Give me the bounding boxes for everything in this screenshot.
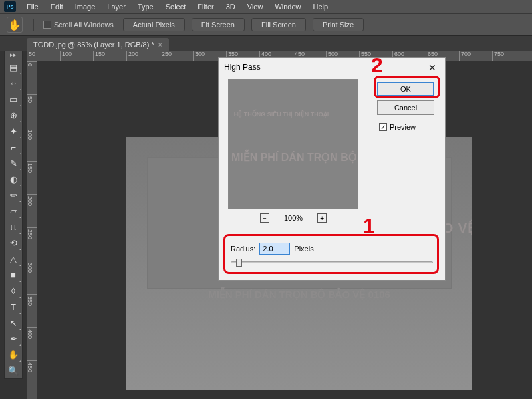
annotation-number-1: 1: [363, 214, 375, 239]
fit-screen-button[interactable]: Fit Screen: [192, 18, 245, 31]
ruler-tick: 750: [492, 51, 525, 61]
menu-file[interactable]: File: [21, 1, 44, 12]
menu-bar: Ps File Edit Image Layer Type Select Fil…: [0, 0, 532, 13]
checkbox-checked-icon: ✓: [379, 123, 387, 131]
document-tab-bar: TGDD.jpg @ 85% (Layer 1, RGB/8) * ×: [0, 36, 532, 51]
cancel-button[interactable]: Cancel: [377, 100, 434, 115]
magic-wand-tool[interactable]: ⊕: [5, 107, 22, 123]
ruler-tick: 150: [93, 51, 126, 61]
dialog-title: High Pass: [219, 58, 445, 76]
ruler-tick: 50: [27, 51, 60, 61]
pen-tool[interactable]: ◊: [5, 283, 22, 299]
ruler-tick: 50: [27, 94, 37, 128]
ruler-tick: 700: [459, 51, 492, 61]
lasso-tool[interactable]: ▭: [5, 91, 22, 107]
menu-window[interactable]: Window: [269, 1, 306, 12]
zoom-value: 100%: [284, 214, 303, 222]
toolbox-toggle-icon[interactable]: ▸▸: [5, 51, 22, 59]
marquee-tool[interactable]: ↔: [5, 75, 22, 91]
separator: [33, 19, 34, 31]
actual-pixels-button[interactable]: Actual Pixels: [123, 18, 185, 31]
stamp-tool[interactable]: ✏: [5, 187, 22, 203]
document-tab[interactable]: TGDD.jpg @ 85% (Layer 1, RGB/8) * ×: [27, 38, 169, 51]
canvas-text-lower: MIỄN PHÍ DÁN TRỌN BỘ BẢO VỆ 0106: [126, 289, 472, 301]
hand-tool[interactable]: ✋: [5, 346, 22, 362]
scroll-all-windows-checkbox[interactable]: Scroll All Windows: [41, 21, 116, 29]
ruler-tick: 300: [27, 261, 37, 294]
eyedropper-tool[interactable]: ⌐: [5, 139, 22, 155]
ruler-tick: 200: [27, 194, 37, 227]
scroll-all-label: Scroll All Windows: [54, 21, 114, 29]
ruler-tick: 450: [27, 360, 37, 394]
hand-tool-icon[interactable]: ✋: [7, 17, 23, 33]
annotation-box-2: [374, 76, 440, 98]
annotation-number-2: 2: [371, 53, 383, 78]
print-size-button[interactable]: Print Size: [313, 18, 364, 31]
options-bar: ✋ Scroll All Windows Actual Pixels Fit S…: [0, 13, 532, 36]
app-logo: Ps: [4, 1, 16, 12]
annotation-box-1: [223, 234, 439, 274]
filter-preview[interactable]: HỆ THỐNG SIÊU THỊ ĐIỆN THOẠI MIỄN PHÍ DÁ…: [228, 79, 358, 209]
preview-image: HỆ THỐNG SIÊU THỊ ĐIỆN THOẠI MIỄN PHÍ DÁ…: [229, 80, 358, 209]
crop-tool[interactable]: ✦: [5, 123, 22, 139]
history-brush-tool[interactable]: ▱: [5, 203, 22, 219]
ruler-tick: 100: [60, 51, 93, 61]
menu-view[interactable]: View: [242, 1, 269, 12]
zoom-tool[interactable]: 🔍: [5, 362, 22, 378]
ruler-tick: 100: [27, 128, 37, 161]
fill-screen-button[interactable]: Fill Screen: [251, 18, 306, 31]
menu-3d[interactable]: 3D: [221, 1, 241, 12]
menu-image[interactable]: Image: [70, 1, 101, 12]
zoom-out-button[interactable]: −: [260, 213, 269, 223]
ruler-tick: 0: [27, 61, 37, 94]
ruler-tick: 250: [27, 227, 37, 261]
preview-label: Preview: [390, 123, 416, 131]
menu-help[interactable]: Help: [308, 1, 334, 12]
healing-tool[interactable]: ✎: [5, 155, 22, 171]
toolbox: ▸▸ ▤ ↔ ▭ ⊕ ✦ ⌐ ✎ ◐ ✏ ▱ ⎍ ⟲ △ ■ ◊ T ↖ ✒ ✋…: [4, 51, 23, 379]
checkbox-icon: [43, 21, 51, 29]
zoom-row: − 100% +: [228, 212, 358, 224]
ruler-tick: 200: [126, 51, 160, 61]
vertical-ruler: 0 50 100 150 200 250 300 350 400 450: [27, 61, 37, 399]
menu-edit[interactable]: Edit: [45, 1, 68, 12]
menu-type[interactable]: Type: [132, 1, 159, 12]
menu-layer[interactable]: Layer: [102, 1, 131, 12]
ruler-tick: 350: [27, 294, 37, 327]
eraser-tool[interactable]: ⎍: [5, 219, 22, 235]
ruler-tick: 400: [27, 327, 37, 360]
ruler-tick: 150: [27, 161, 37, 194]
move-tool[interactable]: ▤: [5, 59, 22, 75]
menu-filter[interactable]: Filter: [192, 1, 219, 12]
gradient-tool[interactable]: ⟲: [5, 235, 22, 251]
shape-tool[interactable]: ✒: [5, 331, 22, 346]
type-tool[interactable]: T: [5, 299, 22, 315]
path-tool[interactable]: ↖: [5, 315, 22, 331]
ruler-tick: 250: [160, 51, 193, 61]
brush-tool[interactable]: ◐: [5, 171, 22, 187]
preview-checkbox[interactable]: ✓ Preview: [379, 123, 416, 131]
zoom-in-button[interactable]: +: [317, 213, 327, 223]
document-tab-title: TGDD.jpg @ 85% (Layer 1, RGB/8) *: [33, 41, 154, 49]
menu-select[interactable]: Select: [160, 1, 192, 12]
dodge-tool[interactable]: ■: [5, 267, 22, 283]
dialog-close-button[interactable]: ✕: [425, 61, 440, 74]
close-tab-icon[interactable]: ×: [158, 41, 162, 49]
blur-tool[interactable]: △: [5, 251, 22, 267]
